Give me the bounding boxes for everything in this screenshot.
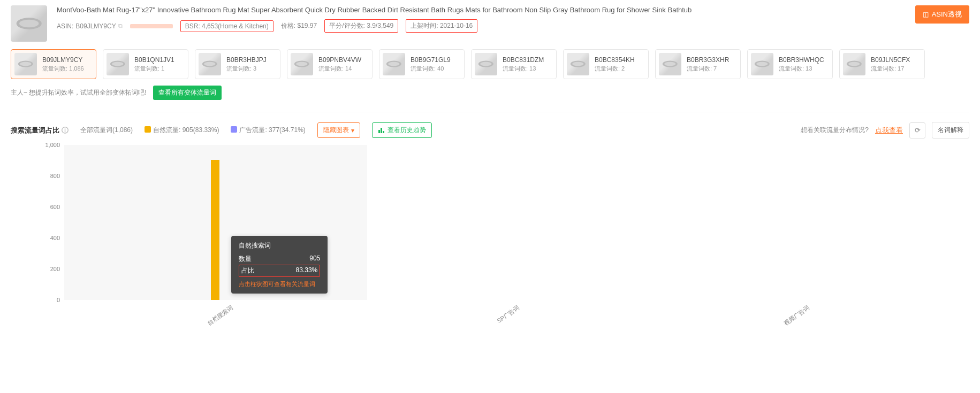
asin-perspective-button[interactable]: ◫ ASIN透视 bbox=[915, 5, 969, 24]
external-link-icon[interactable]: ⧉ bbox=[118, 22, 123, 29]
variant-card[interactable]: B0B1QN1JV1流量词数: 1 bbox=[103, 49, 188, 79]
glossary-button[interactable]: 名词解释 bbox=[932, 122, 969, 138]
mini-chart bbox=[130, 24, 173, 28]
chart-bar[interactable] bbox=[787, 275, 796, 300]
price: 价格: $19.97 bbox=[281, 21, 317, 30]
section-title: 搜索流量词占比 ⓘ bbox=[11, 126, 69, 135]
variant-thumb bbox=[14, 53, 37, 75]
variant-card[interactable]: B0BR3HBJPJ流量词数: 3 bbox=[195, 49, 280, 79]
variant-count: 流量词数: 13 bbox=[779, 65, 824, 73]
variant-card[interactable]: B0BR3HWHQC流量词数: 13 bbox=[747, 49, 833, 79]
variant-count: 流量词数: 40 bbox=[411, 65, 451, 73]
variant-count: 流量词数: 13 bbox=[503, 65, 544, 73]
variant-count: 流量词数: 3 bbox=[226, 65, 267, 73]
variant-asin: B0B9G71GL9 bbox=[411, 56, 451, 64]
natural-traffic-legend: 自然流量: 905(83.33%) bbox=[145, 126, 219, 135]
tip-text: 主人~ 想提升拓词效率，试试用全部变体拓词吧! bbox=[11, 88, 147, 97]
variant-count: 流量词数: 17 bbox=[871, 65, 910, 73]
view-history-button[interactable]: 查看历史趋势 bbox=[372, 122, 432, 138]
view-all-variant-keywords-button[interactable]: 查看所有变体流量词 bbox=[153, 86, 222, 100]
svg-point-5 bbox=[112, 62, 123, 66]
bar-chart-icon bbox=[378, 128, 384, 133]
chart-bar[interactable] bbox=[211, 160, 219, 300]
variant-card[interactable]: B0BC8354KH流量词数: 2 bbox=[563, 49, 649, 79]
ad-swatch-icon bbox=[231, 126, 237, 133]
variant-asin: B0BR3HBJPJ bbox=[226, 56, 267, 64]
natural-swatch-icon bbox=[145, 126, 151, 133]
rating-box: 平分/评分数: 3.9/3,549 bbox=[324, 19, 398, 33]
svg-point-9 bbox=[296, 62, 307, 66]
variant-count: 流量词数: 1,086 bbox=[42, 65, 84, 73]
x-axis: 自然搜索词SP广告词视频广告词 bbox=[64, 300, 943, 321]
variant-card[interactable]: B09PNBV4VW流量词数: 14 bbox=[287, 49, 373, 79]
variant-asin: B09JLMY9CY bbox=[42, 56, 84, 64]
variant-asin: B09PNBV4VW bbox=[318, 56, 361, 64]
info-icon[interactable]: ⓘ bbox=[62, 126, 69, 135]
variant-thumb bbox=[291, 53, 313, 75]
variant-thumb bbox=[843, 53, 865, 75]
svg-point-17 bbox=[664, 62, 675, 66]
variant-count: 流量词数: 14 bbox=[318, 65, 361, 73]
assoc-question: 想看关联流量分布情况? bbox=[801, 126, 869, 135]
svg-point-7 bbox=[204, 62, 215, 66]
svg-point-21 bbox=[848, 62, 860, 66]
variant-count: 流量词数: 1 bbox=[134, 65, 174, 73]
tooltip-share-label: 占比 bbox=[241, 266, 254, 275]
svg-point-1 bbox=[19, 20, 39, 28]
tooltip-share-value: 83.33% bbox=[296, 266, 318, 275]
cube-icon: ◫ bbox=[923, 11, 929, 18]
variant-card[interactable]: B0BR3G3XHR流量词数: 7 bbox=[655, 49, 741, 79]
tooltip-qty-value: 905 bbox=[309, 255, 320, 264]
variant-thumb bbox=[199, 53, 221, 75]
variant-list: B09JLMY9CY流量词数: 1,086B0B1QN1JV1流量词数: 1B0… bbox=[11, 49, 969, 79]
x-tick: SP广告词 bbox=[495, 304, 521, 325]
hide-chart-button[interactable]: 隐藏图表 ▾ bbox=[317, 122, 360, 138]
svg-point-15 bbox=[572, 62, 583, 66]
chart-tooltip: 自然搜索词 数量 905 占比 83.33% 点击柱状图可查看相关流量词 bbox=[231, 236, 328, 294]
variant-thumb bbox=[751, 53, 773, 75]
variant-thumb bbox=[475, 53, 497, 75]
variant-thumb bbox=[383, 53, 405, 75]
product-image bbox=[11, 5, 47, 42]
variant-asin: B09JLN5CFX bbox=[871, 56, 910, 64]
variant-asin: B0BR3G3XHR bbox=[687, 56, 729, 64]
chart-bar[interactable] bbox=[499, 261, 508, 300]
variant-count: 流量词数: 7 bbox=[687, 65, 729, 73]
variant-asin: B0BR3HWHQC bbox=[779, 56, 824, 64]
total-keywords: 全部流量词(1,086) bbox=[80, 126, 133, 135]
variant-count: 流量词数: 2 bbox=[595, 65, 635, 73]
bsr-box: BSR: 4,653(Home & Kitchen) bbox=[180, 20, 274, 32]
ad-traffic-legend: 广告流量: 377(34.71%) bbox=[231, 126, 305, 135]
refresh-button[interactable]: ⟳ bbox=[909, 122, 925, 138]
asin-label: ASIN: B09JLMY9CY ⧉ bbox=[57, 22, 123, 30]
y-axis: 02004006008001,000 bbox=[32, 145, 64, 300]
assoc-link[interactable]: 点我查看 bbox=[875, 126, 903, 135]
x-tick: 自然搜索词 bbox=[206, 304, 235, 327]
variant-card[interactable]: B0BC831DZM流量词数: 13 bbox=[471, 49, 557, 79]
variant-thumb bbox=[659, 53, 681, 75]
variant-card[interactable]: B09JLMY9CY流量词数: 1,086 bbox=[11, 49, 96, 79]
bar-chart[interactable]: 02004006008001,000 自然搜索词SP广告词视频广告词 自然搜索词… bbox=[32, 145, 948, 321]
variant-asin: B0BC831DZM bbox=[503, 56, 544, 64]
tooltip-hint: 点击柱状图可查看相关流量词 bbox=[239, 280, 320, 288]
plot-area[interactable] bbox=[64, 145, 943, 300]
variant-asin: B0B1QN1JV1 bbox=[134, 56, 174, 64]
svg-point-19 bbox=[756, 62, 768, 66]
variant-card[interactable]: B0B9G71GL9流量词数: 40 bbox=[379, 49, 465, 79]
variant-thumb bbox=[567, 53, 589, 75]
variant-asin: B0BC8354KH bbox=[595, 56, 635, 64]
svg-point-3 bbox=[20, 62, 31, 66]
svg-point-11 bbox=[388, 62, 399, 66]
x-tick: 视频广告词 bbox=[782, 304, 811, 327]
chevron-down-icon: ▾ bbox=[351, 127, 354, 134]
tooltip-title: 自然搜索词 bbox=[239, 241, 320, 250]
listed-date-box: 上架时间: 2021-10-16 bbox=[406, 19, 477, 33]
variant-card[interactable]: B09JLN5CFX流量词数: 17 bbox=[839, 49, 925, 79]
variant-thumb bbox=[107, 53, 129, 75]
tooltip-qty-label: 数量 bbox=[239, 255, 252, 264]
refresh-icon: ⟳ bbox=[915, 126, 921, 134]
product-title: MontVoo-Bath Mat Rug-17"x27" Innovative … bbox=[57, 5, 906, 15]
svg-point-13 bbox=[480, 62, 491, 66]
